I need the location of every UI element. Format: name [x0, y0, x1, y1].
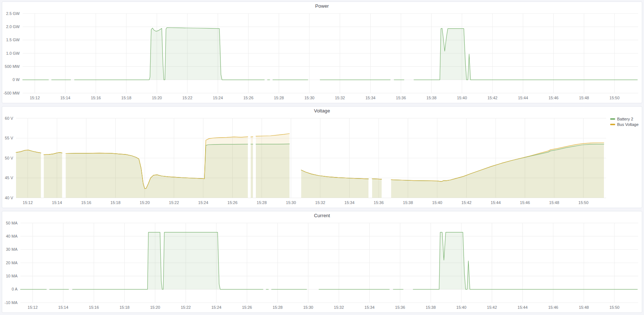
y-tick-label: 1.0 GW [6, 51, 20, 55]
x-tick-label: 15:40 [456, 305, 467, 310]
y-tick-label: 2.0 GW [6, 24, 20, 29]
x-tick-label: 15:36 [395, 305, 405, 310]
x-tick-label: 15:22 [182, 96, 192, 100]
x-tick-label: 15:14 [52, 200, 62, 205]
dashboard: Power 2.5 GW2.0 GW1.5 GW1.0 GW500 MW0 W-… [0, 0, 644, 315]
y-tick-label: 50 MA [6, 221, 17, 225]
x-tick-label: 15:20 [150, 305, 160, 310]
x-tick-label: 15:28 [274, 96, 284, 100]
x-tick-label: 15:12 [28, 305, 38, 310]
x-tick-label: 15:34 [344, 200, 355, 205]
panel-title-power[interactable]: Power [315, 3, 329, 9]
plot-area[interactable] [23, 14, 638, 93]
x-tick-label: 15:44 [491, 200, 501, 205]
x-tick-label: 15:42 [461, 200, 472, 205]
x-tick-label: 15:16 [91, 96, 101, 100]
x-tick-label: 15:46 [520, 200, 530, 205]
series-color-swatch-icon [610, 118, 615, 120]
x-tick-label: 15:22 [181, 305, 191, 310]
chart-svg-current: 50 MA40 MA30 MA20 MA10 MA0 A-10 MA15:121… [3, 219, 641, 312]
x-tick-label: 15:38 [426, 96, 437, 100]
x-tick-label: 15:40 [457, 96, 467, 100]
y-tick-label: 2.5 GW [6, 11, 20, 16]
y-tick-label: -500 MW [3, 91, 20, 95]
x-tick-label: 15:36 [374, 200, 384, 205]
x-tick-label: 15:20 [152, 96, 162, 100]
x-tick-label: 15:18 [110, 200, 121, 205]
x-tick-label: 15:18 [121, 96, 132, 100]
x-tick-label: 15:42 [487, 305, 497, 310]
x-tick-label: 15:48 [579, 96, 589, 100]
y-tick-label: 1.5 GW [6, 38, 20, 42]
y-tick-label: 40 MA [6, 234, 17, 238]
x-tick-label: 15:50 [578, 200, 589, 205]
x-tick-label: 15:38 [426, 305, 436, 310]
legend-label: Bus Voltage [617, 122, 639, 127]
chart-svg-voltage: 60 V55 V50 V45 V40 V15:1215:1415:1615:18… [3, 115, 641, 207]
x-tick-label: 15:44 [518, 96, 528, 100]
x-tick-label: 15:24 [213, 96, 223, 100]
x-tick-label: 15:48 [579, 305, 589, 310]
y-tick-label: 30 MA [6, 247, 17, 251]
chart-legend: Battery 2Bus Voltage [610, 117, 639, 127]
current-chart[interactable]: 50 MA40 MA30 MA20 MA10 MA0 A-10 MA15:121… [3, 219, 641, 312]
x-tick-label: 15:16 [89, 305, 99, 310]
x-tick-label: 15:34 [366, 96, 376, 100]
panel-current: Current 50 MA40 MA30 MA20 MA10 MA0 A-10 … [2, 211, 642, 313]
y-tick-label: 20 MA [6, 261, 17, 265]
x-tick-label: 15:30 [304, 96, 315, 100]
panel-title-current[interactable]: Current [314, 213, 330, 218]
x-tick-label: 15:12 [23, 200, 33, 205]
panel-voltage: Voltage 60 V55 V50 V45 V40 V15:1215:1415… [2, 106, 642, 208]
x-tick-label: 15:50 [609, 305, 620, 310]
panel-power: Power 2.5 GW2.0 GW1.5 GW1.0 GW500 MW0 W-… [2, 1, 642, 103]
legend-item-battery-2[interactable]: Battery 2 [610, 117, 639, 121]
y-tick-label: 45 V [5, 176, 13, 180]
y-tick-label: 10 MA [6, 274, 17, 278]
x-tick-label: 15:30 [286, 200, 296, 205]
x-tick-label: 15:46 [549, 96, 559, 100]
x-tick-label: 15:38 [403, 200, 413, 205]
x-tick-label: 15:44 [518, 305, 528, 310]
legend-item-bus-voltage[interactable]: Bus Voltage [610, 122, 639, 127]
x-tick-label: 15:28 [273, 305, 283, 310]
voltage-chart[interactable]: 60 V55 V50 V45 V40 V15:1215:1415:1615:18… [3, 115, 641, 207]
x-tick-label: 15:24 [211, 305, 222, 310]
y-tick-label: 0 A [12, 287, 18, 291]
y-tick-label: 60 V [5, 116, 13, 120]
x-tick-label: 15:26 [227, 200, 238, 205]
x-tick-label: 15:40 [432, 200, 442, 205]
y-tick-label: -10 MA [5, 300, 18, 305]
y-tick-label: 40 V [5, 196, 13, 200]
x-tick-label: 15:14 [60, 96, 70, 100]
x-tick-label: 15:32 [334, 305, 344, 310]
y-tick-label: 500 MW [5, 64, 20, 69]
x-tick-label: 15:34 [364, 305, 375, 310]
plot-area[interactable] [20, 223, 638, 303]
x-tick-label: 15:42 [487, 96, 497, 100]
panel-header: Voltage [2, 107, 642, 115]
series-color-swatch-icon [610, 124, 615, 125]
panel-title-voltage[interactable]: Voltage [314, 108, 330, 114]
x-tick-label: 15:16 [81, 200, 91, 205]
x-tick-label: 15:28 [257, 200, 267, 205]
power-chart[interactable]: 2.5 GW2.0 GW1.5 GW1.0 GW500 MW0 W-500 MW… [3, 10, 641, 103]
x-tick-label: 15:26 [243, 96, 254, 100]
legend-label: Battery 2 [617, 117, 633, 121]
x-tick-label: 15:30 [303, 305, 313, 310]
y-tick-label: 0 W [12, 77, 20, 82]
chart-svg-power: 2.5 GW2.0 GW1.5 GW1.0 GW500 MW0 W-500 MW… [3, 10, 641, 103]
x-tick-label: 15:18 [120, 305, 130, 310]
plot-area[interactable] [16, 118, 606, 198]
x-tick-label: 15:24 [198, 200, 208, 205]
x-tick-label: 15:46 [548, 305, 558, 310]
x-tick-label: 15:14 [58, 305, 69, 310]
y-tick-label: 50 V [5, 156, 13, 160]
x-tick-label: 15:32 [335, 96, 345, 100]
y-tick-label: 55 V [5, 136, 13, 140]
x-tick-label: 15:50 [609, 96, 620, 100]
x-tick-label: 15:36 [396, 96, 406, 100]
x-tick-label: 15:12 [30, 96, 40, 100]
x-tick-label: 15:48 [549, 200, 559, 205]
panel-header: Power [2, 2, 642, 10]
